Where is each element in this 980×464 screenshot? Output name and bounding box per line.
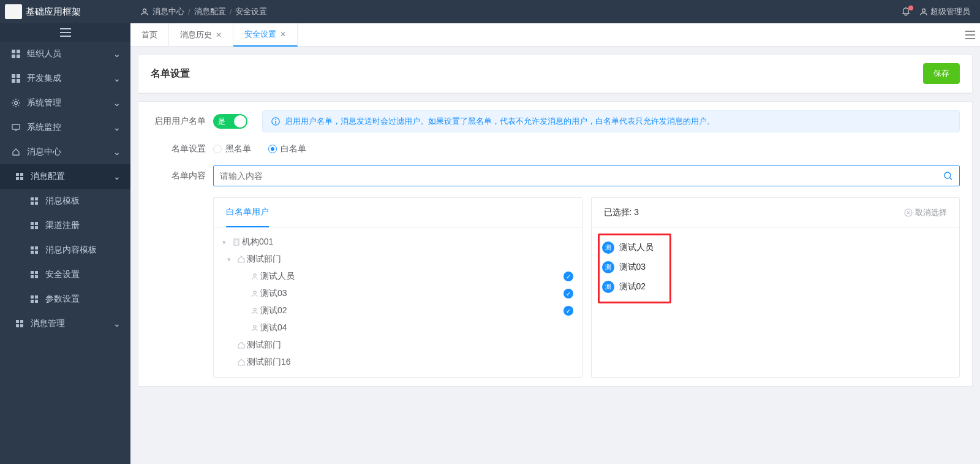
tree-node-user[interactable]: 测试02 ✓ xyxy=(217,302,578,319)
info-alert: 启用用户名单，消息发送时会过滤用户。如果设置了黑名单，代表不允许发消息的用户，白… xyxy=(262,110,960,132)
svg-rect-20 xyxy=(31,226,34,229)
tree-node-dept[interactable]: 测试部门16 xyxy=(217,354,578,371)
grid-small-icon xyxy=(29,270,39,280)
crumb-sep: / xyxy=(230,7,232,17)
sidebar-item-label: 组织人员 xyxy=(27,48,61,59)
sidebar-item-message-content-template[interactable]: 消息内容模板 xyxy=(0,238,130,262)
chevron-down-icon: ⌄ xyxy=(113,74,121,83)
svg-rect-7 xyxy=(17,79,20,83)
selected-item[interactable]: 测 测试人员 xyxy=(601,238,668,257)
tabs-more-menu[interactable] xyxy=(965,31,975,39)
sidebar-item-message-template[interactable]: 消息模板 xyxy=(0,189,130,213)
tree-label: 测试02 xyxy=(260,305,287,316)
svg-rect-15 xyxy=(35,197,38,200)
avatar: 测 xyxy=(602,261,614,273)
radio-label: 白名单 xyxy=(281,143,306,154)
radio-whitelist[interactable]: 白名单 xyxy=(268,143,306,154)
notification-dot xyxy=(908,6,913,10)
radio-blacklist[interactable]: 黑名单 xyxy=(213,143,251,154)
sidebar-item-system-manage[interactable]: 系统管理 ⌄ xyxy=(0,91,130,115)
check-badge-icon: ✓ xyxy=(564,289,573,299)
notification-bell[interactable] xyxy=(901,7,911,17)
search-input[interactable] xyxy=(220,171,943,181)
app-logo: 基础应用框架 xyxy=(0,0,130,23)
radio-circle-icon xyxy=(213,145,222,153)
sidebar-collapse-toggle[interactable] xyxy=(0,23,130,42)
chevron-down-icon: ⌄ xyxy=(113,49,121,59)
tree-node-dept[interactable]: ▾ 测试部门 xyxy=(217,251,578,268)
grid-small-icon xyxy=(15,172,24,181)
svg-rect-0 xyxy=(12,50,15,53)
tab-home[interactable]: 首页 xyxy=(130,23,169,47)
close-icon[interactable]: ✕ xyxy=(216,31,222,39)
sidebar-item-param-settings[interactable]: 参数设置 xyxy=(0,287,130,311)
person-icon xyxy=(249,272,260,281)
check-badge-icon: ✓ xyxy=(564,272,573,281)
sidebar: 基础应用框架 组织人员 ⌄ 开发集成 ⌄ 系统管理 ⌄ 系统监控 xyxy=(0,0,130,464)
user-icon xyxy=(140,7,149,16)
search-icon[interactable] xyxy=(943,171,953,181)
sidebar-item-security-settings[interactable]: 安全设置 xyxy=(0,262,130,287)
crumb-c[interactable]: 安全设置 xyxy=(235,6,267,17)
svg-rect-3 xyxy=(17,55,20,58)
tree-label: 测试人员 xyxy=(260,271,295,282)
sidebar-item-label: 系统监控 xyxy=(27,122,61,133)
sidebar-item-label: 消息配置 xyxy=(31,171,65,182)
user-icon xyxy=(919,7,928,16)
tab-message-history[interactable]: 消息历史 ✕ xyxy=(169,23,233,47)
breadcrumb: 消息中心 / 消息配置 / 安全设置 xyxy=(140,6,267,17)
chevron-down-icon: ⌄ xyxy=(113,98,121,108)
svg-rect-18 xyxy=(31,222,34,225)
source-tab[interactable]: 白名单用户 xyxy=(226,198,269,227)
svg-rect-12 xyxy=(16,177,19,180)
svg-rect-44 xyxy=(234,239,239,245)
svg-point-8 xyxy=(15,102,18,105)
check-badge-icon: ✓ xyxy=(564,306,573,316)
app-title: 基础应用框架 xyxy=(26,6,81,18)
chevron-down-icon: ⌄ xyxy=(113,319,121,329)
svg-rect-34 xyxy=(16,320,19,323)
close-icon[interactable]: ✕ xyxy=(280,30,286,39)
sidebar-item-message-manage[interactable]: 消息管理 ⌄ xyxy=(0,311,130,336)
svg-rect-42 xyxy=(275,121,276,124)
user-menu[interactable]: 超级管理员 xyxy=(919,6,970,17)
tree-node-org[interactable]: ▾ 机构001 xyxy=(217,234,578,251)
tree-node-user[interactable]: 测试04 xyxy=(217,319,578,337)
save-button[interactable]: 保存 xyxy=(923,63,960,84)
sidebar-item-label: 消息内容模板 xyxy=(45,245,97,256)
svg-rect-11 xyxy=(20,173,23,176)
monitor-icon xyxy=(11,123,21,132)
building-icon xyxy=(231,238,242,246)
tab-security-settings[interactable]: 安全设置 ✕ xyxy=(233,23,298,47)
radio-label: 黑名单 xyxy=(225,143,251,154)
tree-node-user[interactable]: 测试03 ✓ xyxy=(217,285,578,302)
sidebar-item-dev[interactable]: 开发集成 ⌄ xyxy=(0,66,130,91)
selected-item[interactable]: 测 测试02 xyxy=(601,277,668,297)
selected-item[interactable]: 测 测试03 xyxy=(601,257,668,277)
sidebar-item-message-config[interactable]: 消息配置 ⌄ xyxy=(0,164,130,189)
caret-down-icon: ▾ xyxy=(222,238,231,246)
clear-selection-button[interactable]: 取消选择 xyxy=(904,207,947,218)
tree-label: 测试03 xyxy=(260,288,287,299)
enable-switch[interactable]: 是 xyxy=(213,114,247,129)
person-icon xyxy=(249,324,260,332)
tree-node-user[interactable]: 测试人员 ✓ xyxy=(217,268,578,285)
hamburger-icon xyxy=(60,28,71,37)
svg-rect-25 xyxy=(35,251,38,254)
svg-rect-37 xyxy=(20,324,23,327)
chevron-down-icon: ⌄ xyxy=(113,147,121,157)
sidebar-item-system-monitor[interactable]: 系统监控 ⌄ xyxy=(0,115,130,140)
svg-rect-26 xyxy=(31,271,34,274)
tree-node-dept[interactable]: 测试部门 xyxy=(217,337,578,354)
card-title: 名单设置 保存 xyxy=(138,54,973,94)
svg-rect-16 xyxy=(31,202,34,205)
crumb-a[interactable]: 消息中心 xyxy=(153,6,184,17)
sidebar-item-org[interactable]: 组织人员 ⌄ xyxy=(0,42,130,66)
sidebar-item-message-center[interactable]: 消息中心 ⌄ xyxy=(0,140,130,164)
grid-icon xyxy=(11,49,21,59)
radio-circle-icon xyxy=(268,145,277,153)
sidebar-item-channel-register[interactable]: 渠道注册 xyxy=(0,213,130,238)
page-title: 名单设置 xyxy=(151,67,190,80)
crumb-b[interactable]: 消息配置 xyxy=(194,6,226,17)
home-icon xyxy=(236,341,247,349)
